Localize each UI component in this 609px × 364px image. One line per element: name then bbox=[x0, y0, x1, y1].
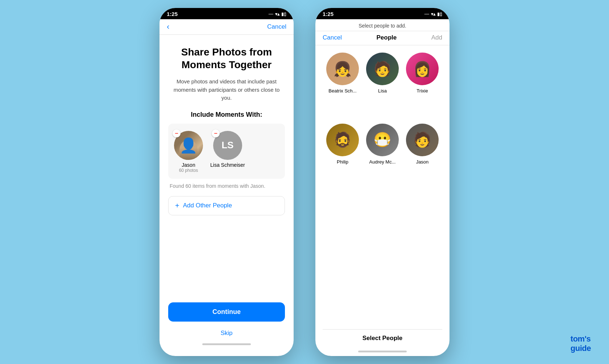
subtitle: Select people to add. bbox=[315, 19, 450, 31]
audrey-name: Audrey Mc... bbox=[369, 159, 396, 165]
wifi-icon-2: ▾▴ bbox=[431, 12, 435, 17]
phone-1: 1:25 ···· ▾▴ ▮▯ ‹ Cancel Share Photos fr… bbox=[160, 8, 294, 356]
beatrix-avatar: 👧 bbox=[326, 53, 359, 85]
status-bar-1: 1:25 ···· ▾▴ ▮▯ bbox=[160, 8, 294, 19]
philip-avatar: 🧔 bbox=[326, 124, 359, 156]
jason-grid-emoji: 🧑 bbox=[413, 131, 431, 148]
people-grid: 👧 Beatrix Sch... 🧑 Lisa 👩 Trixie bbox=[323, 45, 442, 195]
person-audrey[interactable]: 😷 Audrey Mc... bbox=[366, 124, 399, 187]
person-jason: Jason 60 photos bbox=[174, 131, 203, 173]
description: Move photos and videos that include past… bbox=[168, 78, 285, 102]
plus-icon: + bbox=[175, 202, 179, 210]
remove-jason-button[interactable] bbox=[173, 129, 181, 137]
status-bar-2: 1:25 ···· ▾▴ ▮▯ bbox=[315, 8, 450, 19]
cancel-button-2[interactable]: Cancel bbox=[323, 34, 342, 41]
trixie-name: Trixie bbox=[417, 88, 428, 94]
time-2: 1:25 bbox=[323, 11, 334, 17]
battery-icon-1: ▮▯ bbox=[281, 12, 286, 17]
wifi-icon-1: ▾▴ bbox=[275, 12, 279, 17]
home-indicator-1 bbox=[202, 343, 251, 345]
add-button[interactable]: Add bbox=[431, 34, 442, 41]
battery-icon-2: ▮▯ bbox=[437, 12, 442, 17]
screen2-content: 👧 Beatrix Sch... 🧑 Lisa 👩 Trixie bbox=[315, 45, 450, 356]
audrey-avatar: 😷 bbox=[366, 124, 399, 156]
cancel-button[interactable]: Cancel bbox=[267, 23, 286, 30]
beatrix-emoji: 👧 bbox=[334, 61, 352, 78]
people-title: People bbox=[376, 34, 397, 41]
signal-icon-1: ···· bbox=[269, 12, 273, 17]
watermark: tom's guide bbox=[571, 334, 591, 353]
person-lisa-grid[interactable]: 🧑 Lisa bbox=[366, 53, 399, 116]
trixie-avatar: 👩 bbox=[406, 53, 439, 85]
lisa-grid-avatar: 🧑 bbox=[366, 53, 399, 85]
jason-name: Jason bbox=[182, 162, 195, 168]
back-button[interactable]: ‹ bbox=[167, 22, 169, 32]
person-jason-grid[interactable]: 🧑 Jason bbox=[406, 124, 439, 187]
beatrix-name: Beatrix Sch... bbox=[328, 88, 356, 94]
moments-box: Jason 60 photos LS Lisa Schmeiser bbox=[168, 124, 285, 179]
continue-button[interactable]: Continue bbox=[168, 302, 285, 322]
nav-bar-1: ‹ Cancel bbox=[160, 19, 294, 35]
person-trixie[interactable]: 👩 Trixie bbox=[406, 53, 439, 116]
screen1-content: Share Photos from Moments Together Move … bbox=[160, 35, 294, 356]
philip-name: Philip bbox=[337, 159, 348, 165]
include-label: Include Moments With: bbox=[168, 111, 285, 119]
phone-2: 1:25 ···· ▾▴ ▮▯ Select people to add. Ca… bbox=[315, 8, 450, 356]
skip-button[interactable]: Skip bbox=[168, 327, 285, 340]
status-icons-2: ···· ▾▴ ▮▯ bbox=[424, 12, 442, 17]
jason-grid-avatar: 🧑 bbox=[406, 124, 439, 156]
lisa-grid-name: Lisa bbox=[378, 88, 387, 94]
lisa-emoji: 🧑 bbox=[373, 61, 392, 78]
trixie-emoji: 👩 bbox=[413, 61, 431, 78]
add-people-label: Add Other People bbox=[183, 202, 232, 209]
nav-bar-2: Cancel People Add bbox=[315, 31, 450, 45]
philip-emoji: 🧔 bbox=[334, 131, 352, 148]
audrey-emoji: 😷 bbox=[373, 131, 392, 148]
jason-grid-name: Jason bbox=[416, 159, 429, 165]
add-other-people-button[interactable]: + Add Other People bbox=[168, 196, 285, 215]
found-items-text: Found 60 items from moments with Jason. bbox=[168, 183, 285, 189]
watermark-toms: tom's bbox=[571, 334, 591, 343]
person-lisa: LS Lisa Schmeiser bbox=[210, 131, 245, 168]
signal-icon-2: ···· bbox=[424, 12, 429, 17]
jason-photos: 60 photos bbox=[179, 168, 198, 173]
home-indicator-2 bbox=[358, 351, 407, 352]
select-people-bar: Select People bbox=[323, 329, 442, 347]
lisa-name: Lisa Schmeiser bbox=[210, 162, 245, 168]
remove-lisa-button[interactable] bbox=[212, 129, 220, 137]
person-philip[interactable]: 🧔 Philip bbox=[326, 124, 359, 187]
status-icons-1: ···· ▾▴ ▮▯ bbox=[269, 12, 286, 17]
watermark-guide: guide bbox=[571, 344, 591, 353]
person-beatrix[interactable]: 👧 Beatrix Sch... bbox=[326, 53, 359, 116]
select-people-label: Select People bbox=[362, 335, 403, 342]
time-1: 1:25 bbox=[167, 11, 178, 17]
main-title: Share Photos from Moments Together bbox=[168, 46, 285, 71]
